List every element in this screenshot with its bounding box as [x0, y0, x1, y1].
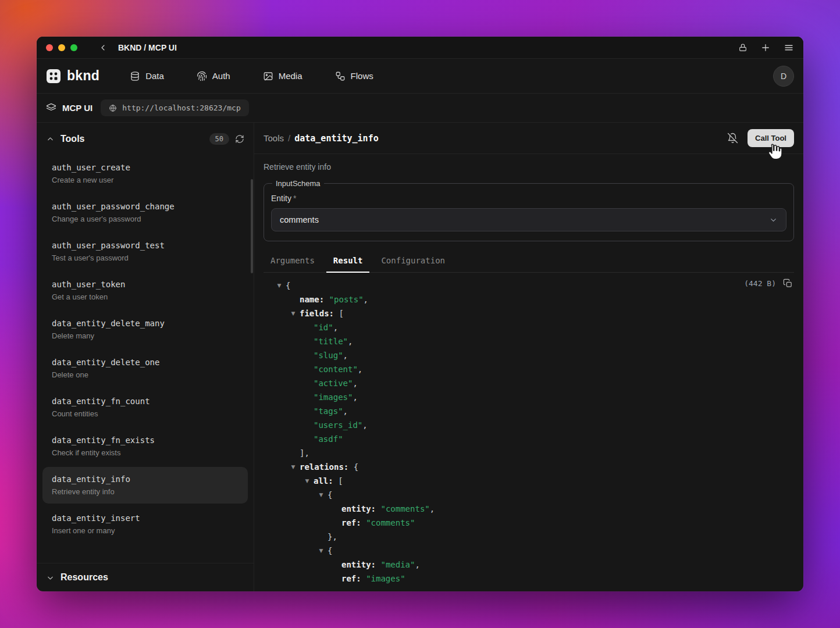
- user-avatar[interactable]: D: [773, 66, 794, 87]
- tool-list: auth_user_createCreate a new userauth_us…: [37, 151, 254, 563]
- nav-item-label: Media: [279, 71, 302, 81]
- tool-name: auth_user_token: [52, 279, 239, 290]
- tool-list-item[interactable]: data_entity_infoRetrieve entity info: [42, 467, 248, 504]
- nav-item-flows[interactable]: Flows: [335, 71, 373, 81]
- tool-name: auth_user_password_test: [52, 240, 239, 251]
- tool-name: data_entity_fn_exists: [52, 435, 239, 445]
- json-punct: ,: [343, 406, 348, 416]
- tab-arguments[interactable]: Arguments: [264, 249, 322, 273]
- resources-section-header[interactable]: Resources: [37, 563, 254, 591]
- json-string: "tags": [314, 406, 343, 416]
- tool-name: data_entity_delete_many: [52, 318, 239, 329]
- tool-list-item[interactable]: auth_user_password_testTest a user's pas…: [42, 233, 248, 270]
- json-punct: [361, 574, 366, 583]
- json-line: "title",: [264, 334, 794, 348]
- tab-result[interactable]: Result: [326, 249, 370, 273]
- tool-list-item[interactable]: data_entity_insertInsert one or many: [42, 506, 248, 543]
- tool-list-item[interactable]: data_entity_delete_oneDelete one: [42, 350, 248, 387]
- chevron-up-icon: [46, 135, 55, 144]
- tools-section-header[interactable]: Tools 50: [37, 123, 254, 151]
- collapse-caret-icon[interactable]: ▼: [289, 306, 297, 320]
- sidebar-scrollbar-thumb[interactable]: [251, 179, 253, 273]
- new-tab-button[interactable]: [760, 42, 771, 53]
- json-punct: ],: [300, 448, 309, 458]
- json-line: ▼{: [264, 488, 794, 502]
- json-punct: ,: [333, 323, 338, 332]
- json-line: "id",: [264, 320, 794, 334]
- tool-list-item[interactable]: data_entity_fn_existsCheck if entity exi…: [42, 428, 248, 465]
- json-key: entity:: [341, 504, 376, 513]
- tool-description: Insert one or many: [52, 526, 239, 536]
- mcp-url-pill[interactable]: http://localhost:28623/mcp: [101, 99, 249, 116]
- collapse-caret-icon[interactable]: ▼: [303, 474, 311, 488]
- json-string: "images": [314, 392, 353, 402]
- title-bar: BKND / MCP UI: [37, 37, 803, 59]
- nav-item-auth[interactable]: Auth: [197, 71, 230, 81]
- json-key: fields:: [300, 309, 334, 318]
- json-line: ▼fields: [: [264, 306, 794, 320]
- json-line: ref: "comments": [264, 516, 794, 530]
- tool-description: Change a user's password: [52, 215, 239, 224]
- entity-select-value: comments: [280, 215, 319, 224]
- json-line: entity: "comments",: [264, 502, 794, 516]
- json-punct: ,: [348, 337, 353, 346]
- json-string: "images": [366, 574, 405, 583]
- lock-icon[interactable]: [738, 43, 748, 52]
- tool-detail-panel: Tools / data_entity_info Call Tool Retri…: [254, 123, 803, 591]
- tool-list-item[interactable]: auth_user_tokenGet a user token: [42, 272, 248, 309]
- tool-list-item[interactable]: auth_user_createCreate a new user: [42, 155, 248, 192]
- json-line: ▼relations: {: [264, 460, 794, 474]
- tool-name: auth_user_password_change: [52, 201, 239, 212]
- nav-item-media[interactable]: Media: [263, 71, 302, 81]
- json-string: "comments": [366, 518, 415, 527]
- collapse-caret-icon[interactable]: ▼: [275, 279, 283, 292]
- json-line: "slug",: [264, 348, 794, 362]
- tools-sidebar: Tools 50 auth_user_createCreate a new us…: [37, 123, 254, 591]
- tool-list-item[interactable]: data_entity_delete_manyDelete many: [42, 311, 248, 348]
- tool-detail-header: Tools / data_entity_info Call Tool: [254, 123, 803, 154]
- brand-name: bknd: [67, 68, 99, 84]
- nav-item-data[interactable]: Data: [130, 71, 164, 81]
- notifications-off-button[interactable]: [727, 133, 738, 144]
- tool-description: Retrieve entity info: [264, 162, 794, 172]
- json-string: "comments": [380, 504, 429, 513]
- collapse-caret-icon[interactable]: ▼: [289, 460, 297, 474]
- collapse-caret-icon[interactable]: ▼: [317, 488, 325, 502]
- breadcrumb-tools-link[interactable]: Tools: [264, 133, 284, 143]
- json-string: "slug": [314, 351, 343, 360]
- brand[interactable]: bknd: [46, 68, 99, 84]
- minimize-button[interactable]: [58, 44, 65, 51]
- json-punct: {: [328, 490, 332, 499]
- refresh-icon: [235, 134, 244, 144]
- json-punct: ,: [353, 392, 357, 402]
- menu-button[interactable]: [784, 42, 794, 53]
- tool-description: Test a user's password: [52, 254, 239, 263]
- tool-name: data_entity_info: [52, 474, 239, 484]
- json-key: name:: [300, 295, 324, 304]
- refresh-tools-button[interactable]: [235, 134, 244, 144]
- json-line: "asdf": [264, 432, 794, 446]
- tool-list-item[interactable]: auth_user_password_changeChange a user's…: [42, 194, 248, 231]
- json-line: "images",: [264, 390, 794, 404]
- entity-select[interactable]: comments: [271, 208, 786, 231]
- json-line: "users_id",: [264, 418, 794, 432]
- hamburger-icon: [784, 42, 794, 53]
- json-line: },: [264, 530, 794, 544]
- json-key: ref:: [341, 518, 361, 527]
- tool-description: Create a new user: [52, 176, 239, 185]
- globe-icon: [109, 104, 117, 112]
- json-punct: [324, 295, 329, 304]
- json-punct: },: [328, 532, 337, 541]
- tool-name: data_entity_delete_one: [52, 357, 239, 367]
- json-string: "content": [314, 365, 358, 374]
- tool-description: Delete many: [52, 331, 239, 341]
- tool-list-item[interactable]: data_entity_fn_countCount entities: [42, 389, 248, 426]
- collapse-caret-icon[interactable]: ▼: [317, 544, 325, 558]
- app-window: BKND / MCP UI bknd: [37, 37, 803, 591]
- tab-configuration[interactable]: Configuration: [374, 249, 452, 273]
- json-punct: ,: [415, 560, 419, 569]
- back-button[interactable]: [98, 43, 108, 52]
- window-title: BKND / MCP UI: [118, 43, 177, 52]
- zoom-button[interactable]: [70, 44, 77, 51]
- close-button[interactable]: [46, 44, 53, 51]
